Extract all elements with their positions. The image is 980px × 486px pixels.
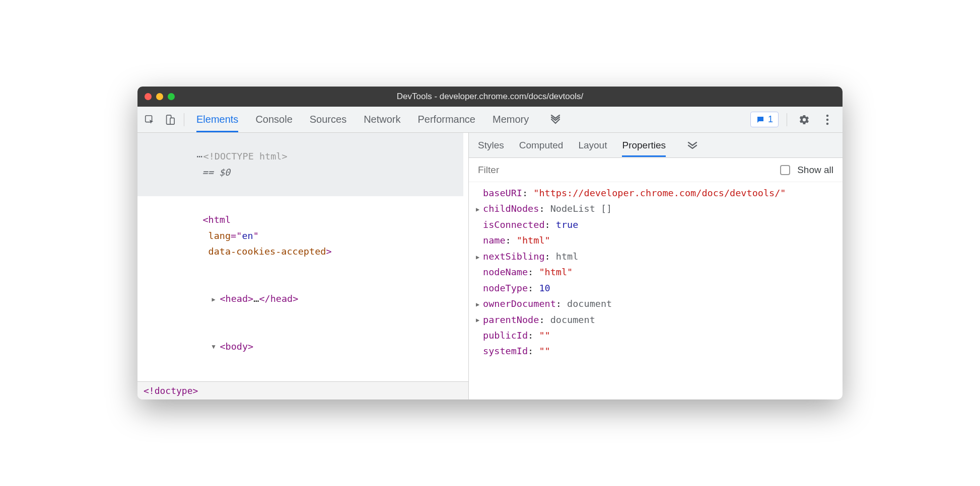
tab-network[interactable]: Network	[364, 108, 400, 131]
property-row[interactable]: nodeName: "html"	[476, 264, 835, 280]
subtab-computed[interactable]: Computed	[519, 134, 564, 156]
subtabs-overflow-icon[interactable]	[683, 142, 702, 149]
dom-node-div-scaffold[interactable]: ▼<div class="scaffold"> grid	[137, 370, 463, 381]
sidebar-pane: Styles Computed Layout Properties Show a…	[469, 133, 843, 399]
toolbar-divider	[787, 113, 787, 126]
svg-point-5	[826, 122, 829, 125]
close-window-button[interactable]	[145, 93, 152, 100]
property-row[interactable]: ▶parentNode: document	[476, 312, 835, 328]
dom-node-doctype[interactable]: ⋯<!DOCTYPE html> == $0	[137, 133, 463, 196]
issues-button[interactable]: 1	[750, 112, 779, 127]
maximize-window-button[interactable]	[168, 93, 175, 100]
show-all-checkbox[interactable]	[780, 165, 790, 175]
filter-row: Show all	[469, 158, 843, 182]
dom-tree[interactable]: ⋯<!DOCTYPE html> == $0 <html lang="en" d…	[137, 133, 468, 381]
inspect-element-icon[interactable]	[141, 111, 159, 129]
dom-node-head[interactable]: ▶<head>…</head>	[137, 275, 463, 322]
sidebar-tabs: Styles Computed Layout Properties	[469, 133, 843, 158]
filter-input[interactable]	[478, 165, 773, 176]
svg-rect-2	[170, 118, 174, 124]
subtab-properties[interactable]: Properties	[622, 134, 666, 156]
toolbar-right: 1	[750, 111, 839, 129]
dom-breadcrumb[interactable]: <!doctype>	[137, 381, 468, 399]
device-toolbar-icon[interactable]	[161, 111, 179, 129]
property-row[interactable]: publicId: ""	[476, 328, 835, 343]
svg-point-4	[826, 118, 829, 121]
dom-node-html[interactable]: <html lang="en" data-cookies-accepted>	[137, 196, 463, 275]
window-title: DevTools - developer.chrome.com/docs/dev…	[137, 92, 843, 102]
property-row[interactable]: nodeType: 10	[476, 280, 835, 296]
tab-performance[interactable]: Performance	[418, 108, 476, 131]
panel-tabs: Elements Console Sources Network Perform…	[196, 108, 748, 131]
tab-memory[interactable]: Memory	[493, 108, 529, 131]
tab-sources[interactable]: Sources	[310, 108, 346, 131]
subtab-layout[interactable]: Layout	[578, 134, 607, 156]
toolbar-divider	[184, 113, 184, 126]
settings-icon[interactable]	[795, 111, 813, 129]
tab-elements[interactable]: Elements	[196, 108, 238, 131]
devtools-window: DevTools - developer.chrome.com/docs/dev…	[137, 87, 843, 399]
tabs-overflow-icon[interactable]	[546, 118, 565, 122]
more-options-icon[interactable]	[818, 111, 836, 129]
traffic-lights	[145, 93, 175, 100]
property-row[interactable]: name: "html"	[476, 232, 835, 248]
tab-console[interactable]: Console	[255, 108, 292, 131]
property-row[interactable]: isConnected: true	[476, 217, 835, 232]
issues-count: 1	[768, 114, 773, 125]
main-toolbar: Elements Console Sources Network Perform…	[137, 107, 843, 133]
svg-point-3	[826, 114, 829, 117]
subtab-styles[interactable]: Styles	[478, 134, 504, 156]
dom-node-body[interactable]: ▼<body>	[137, 322, 463, 370]
issues-icon	[756, 115, 765, 124]
elements-pane: ⋯<!DOCTYPE html> == $0 <html lang="en" d…	[137, 133, 469, 399]
minimize-window-button[interactable]	[156, 93, 163, 100]
property-row[interactable]: ▶nextSibling: html	[476, 249, 835, 264]
property-row[interactable]: ▶ownerDocument: document	[476, 296, 835, 311]
properties-list[interactable]: baseURI: "https://developer.chrome.com/d…	[469, 182, 843, 399]
property-row[interactable]: systemId: ""	[476, 343, 835, 359]
window-titlebar: DevTools - developer.chrome.com/docs/dev…	[137, 87, 843, 107]
content-area: ⋯<!DOCTYPE html> == $0 <html lang="en" d…	[137, 133, 843, 399]
property-row[interactable]: baseURI: "https://developer.chrome.com/d…	[476, 185, 835, 201]
show-all-label: Show all	[797, 165, 833, 176]
property-row[interactable]: ▶childNodes: NodeList []	[476, 201, 835, 216]
